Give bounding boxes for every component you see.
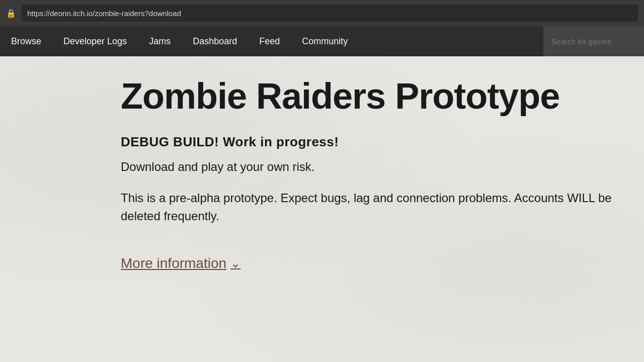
main-content: Zombie Raiders Prototype DEBUG BUILD! Wo… bbox=[0, 56, 644, 362]
search-input[interactable] bbox=[543, 26, 644, 56]
sidebar-item-feed[interactable]: Feed bbox=[248, 26, 291, 56]
more-information-link[interactable]: More information ⌄ bbox=[121, 255, 240, 272]
nav-bar: Browse Developer Logs Jams Dashboard Fee… bbox=[0, 26, 644, 56]
page-title: Zombie Raiders Prototype bbox=[121, 76, 644, 116]
sidebar-item-developer-logs[interactable]: Developer Logs bbox=[52, 26, 138, 56]
sidebar-item-dashboard[interactable]: Dashboard bbox=[182, 26, 248, 56]
sidebar-item-browse[interactable]: Browse bbox=[0, 26, 52, 56]
description-text: This is a pre-alpha prototype. Expect bu… bbox=[121, 189, 624, 225]
sidebar-item-community[interactable]: Community bbox=[291, 26, 359, 56]
lock-icon: 🔒 bbox=[6, 9, 16, 18]
chevron-down-icon: ⌄ bbox=[230, 256, 240, 270]
browser-chrome: 🔒 bbox=[0, 0, 644, 26]
address-bar[interactable] bbox=[21, 5, 638, 22]
download-risk-text: Download and play at your own risk. bbox=[121, 160, 644, 174]
more-information-label: More information bbox=[121, 255, 226, 272]
debug-build-text: DEBUG BUILD! Work in progress! bbox=[121, 134, 644, 150]
sidebar-item-jams[interactable]: Jams bbox=[138, 26, 182, 56]
